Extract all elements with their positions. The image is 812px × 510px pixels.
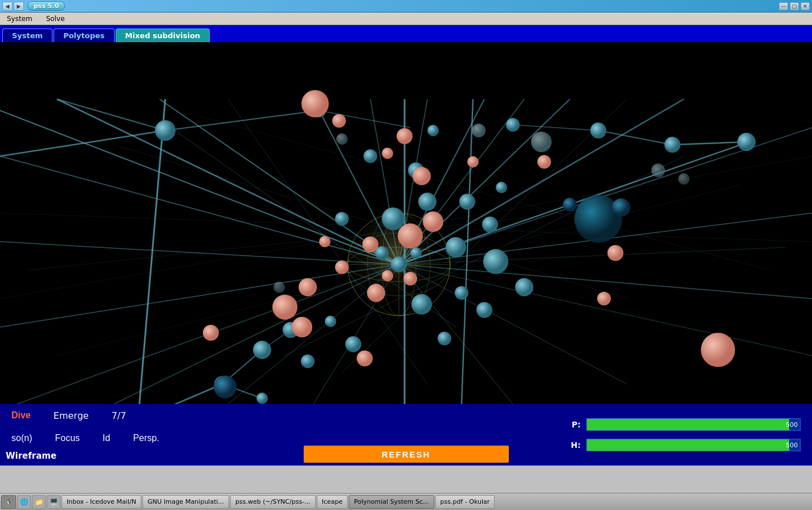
titlebar-buttons: — □ ✕ [779,2,810,10]
progress-row-p: P: 500 [567,418,801,431]
svg-point-92 [299,278,317,296]
svg-point-117 [403,272,417,285]
tab-system[interactable]: System [2,28,52,42]
svg-point-62 [664,137,680,153]
taskbar-app-polynomial[interactable]: Polynomial System Sc... [349,495,434,509]
persp-button[interactable]: Persp. [133,433,159,443]
svg-point-115 [410,247,422,259]
tab-polytopes[interactable]: Polytopes [54,28,114,42]
svg-point-94 [292,317,312,337]
svg-point-71 [446,237,466,258]
svg-point-70 [496,182,507,193]
progress-p-value: 500 [786,419,798,431]
svg-point-101 [537,155,551,169]
menu-system[interactable]: System [2,14,37,24]
menubar: System Solve [0,13,812,25]
svg-point-75 [438,332,451,345]
svg-point-120 [455,286,468,300]
svg-point-98 [701,333,735,367]
svg-point-122 [335,212,349,226]
app-title-badge: pss 5.0 [27,1,65,11]
progress-area: P: 500 H: 500 [556,404,812,466]
son-button[interactable]: so(n) [11,433,32,443]
svg-point-99 [607,245,623,261]
svg-point-72 [483,249,508,274]
svg-point-84 [332,114,346,128]
svg-point-123 [319,236,330,247]
svg-point-119 [411,294,432,315]
progress-h-label: H: [567,440,581,450]
svg-point-83 [301,90,329,117]
svg-point-68 [382,207,405,230]
svg-point-60 [506,118,520,132]
svg-point-116 [382,270,393,281]
visualization [0,42,812,404]
svg-point-113 [391,256,407,272]
nav-back-button[interactable]: ◀ [2,2,13,11]
svg-point-61 [590,123,606,138]
svg-point-109 [651,164,665,177]
svg-point-85 [397,128,413,144]
svg-point-111 [336,133,348,145]
svg-point-105 [563,198,577,211]
taskbar-app-gimp[interactable]: GNU Image Manipulati... [142,495,229,509]
svg-point-73 [515,278,533,296]
svg-point-87 [413,167,431,185]
refresh-button[interactable]: REFRESH [304,446,509,463]
svg-point-79 [325,316,336,327]
svg-point-95 [357,350,373,366]
tab-mixed-subdivision[interactable]: Mixed subdivision [116,28,210,42]
svg-point-102 [467,156,479,168]
titlebar-left: ◀ ▶ pss 5.0 [2,1,65,11]
titlebar: ◀ ▶ pss 5.0 — □ ✕ [0,0,812,13]
svg-point-108 [472,124,485,137]
progress-h-track: 500 [586,439,801,451]
taskbar-app-iceape[interactable]: Iceape [317,495,348,509]
taskbar-app-inbox[interactable]: Inbox - Icedove Mail/N [62,495,141,509]
close-button[interactable]: ✕ [801,2,810,10]
emerge-label: Emerge [54,410,89,421]
svg-point-114 [375,246,389,260]
taskbar-icon-3[interactable]: 🖥️ [47,495,60,509]
svg-point-58 [155,120,176,141]
nav-forward-button[interactable]: ▶ [14,2,24,11]
svg-point-110 [678,173,689,185]
progress-row-h: H: 500 [567,439,801,451]
taskbar: 🐧 🌐 📁 🖥️ Inbox - Icedove Mail/N GNU Imag… [0,493,812,510]
menu-solve[interactable]: Solve [42,14,70,24]
svg-point-91 [335,260,349,274]
maximize-button[interactable]: □ [790,2,799,10]
minimize-button[interactable]: — [779,2,788,10]
svg-point-107 [531,132,552,152]
id-button[interactable]: Id [103,433,110,443]
tabbar: System Polytopes Mixed subdivision [0,25,812,42]
taskbar-app-psspdf[interactable]: pss.pdf - Okular [435,495,495,509]
taskbar-app-pssweb[interactable]: pss.web (~/SYNC/pss-... [230,495,316,509]
svg-point-89 [398,223,423,248]
svg-point-67 [418,193,436,211]
taskbar-icon-2[interactable]: 📁 [32,495,46,509]
svg-point-86 [382,148,393,159]
svg-point-63 [737,133,756,151]
svg-point-118 [367,284,385,302]
progress-h-fill [587,439,789,451]
dive-button[interactable]: Dive [11,410,31,421]
svg-point-78 [301,354,315,368]
titlebar-nav-buttons: ◀ ▶ [2,2,24,11]
progress-p-fill [587,419,789,430]
status-indicator: 7/7 [112,410,127,421]
svg-point-104 [612,198,630,217]
svg-point-69 [459,194,475,210]
taskbar-icon-1[interactable]: 🌐 [17,495,31,509]
focus-button[interactable]: Focus [55,433,80,443]
wireframe-label: Wireframe [6,451,56,461]
viewport[interactable] [0,42,812,404]
svg-point-74 [476,302,492,318]
progress-p-label: P: [567,420,581,429]
svg-point-64 [427,125,439,136]
svg-point-100 [597,292,611,305]
svg-point-65 [364,149,377,163]
svg-point-80 [345,336,361,352]
progress-p-track: 500 [586,418,801,431]
svg-point-88 [423,211,443,232]
